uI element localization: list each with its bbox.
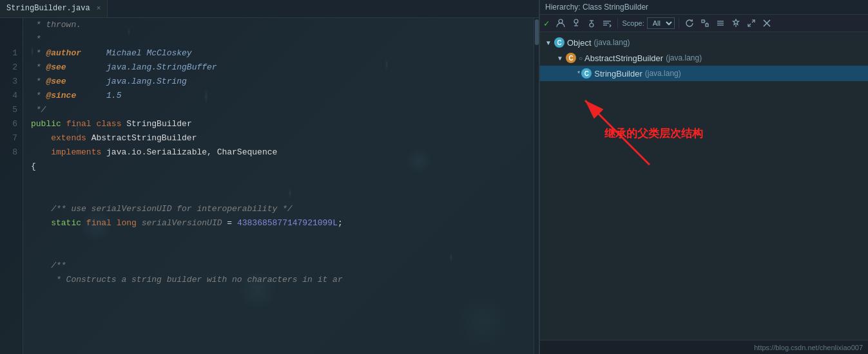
code-line: * @since 1.5 (31, 89, 526, 103)
hierarchy-panel: Hierarchy: Class StringBuilder ✓ (539, 0, 868, 354)
tree-item-abstract[interactable]: ▼ C ○ AbstractStringBuilder (java.lang) (540, 50, 868, 66)
separator (617, 18, 618, 28)
code-line: * @see java.lang.String (31, 75, 526, 89)
annotation-area: 继承的父类层次结构 (540, 88, 868, 203)
tree-package-sb: (java.lang) (645, 69, 681, 78)
code-line: * thrown. (31, 18, 526, 32)
code-line (31, 245, 526, 259)
code-line: * (31, 32, 526, 46)
scope-select[interactable]: All (647, 17, 675, 29)
code-content[interactable]: * thrown. * * @author Michael McCloskey … (23, 18, 534, 354)
pin-btn[interactable] (729, 17, 742, 30)
scroll-thumb (535, 19, 539, 45)
code-line: */ (31, 103, 526, 117)
refresh-btn[interactable] (683, 17, 696, 30)
status-url: https://blog.csdn.net/chenlixiao007 (754, 344, 863, 351)
tree-item-stringbuilder[interactable]: * C StringBuilder (java.lang) (540, 66, 868, 81)
show-subtypes-btn[interactable] (570, 17, 583, 30)
scroll-track[interactable] (534, 18, 539, 354)
expand-btn[interactable] (699, 17, 711, 30)
code-line (31, 174, 526, 188)
code-line: * @see java.lang.StringBuffer (31, 61, 526, 75)
code-line: { (31, 160, 526, 174)
hierarchy-tree: ▼ C Object (java.lang) ▼ C ○ AbstractStr… (540, 32, 868, 340)
code-line: * Constructs a string builder with no ch… (31, 273, 526, 287)
svg-point-4 (590, 23, 593, 27)
tree-arrow-sb (568, 70, 576, 77)
line-numbers: 1 2 3 4 5 6 7 8 (0, 18, 23, 354)
code-line: public final class StringBuilder (31, 117, 526, 131)
close-hierarchy-btn[interactable] (760, 17, 773, 30)
tree-badge-abstract: ○ (579, 55, 583, 62)
tab-filename: StringBuilder.java (6, 4, 90, 13)
tree-package-abstract: (java.lang) (666, 53, 702, 62)
hierarchy-title: Hierarchy: Class StringBuilder (545, 3, 648, 12)
code-line: /** (31, 259, 526, 273)
annotation-text: 继承的父类层次结构 (604, 126, 703, 141)
show-class-btn[interactable] (554, 17, 567, 30)
tree-icon-abstract: C (566, 53, 576, 63)
scope-label: Scope: (622, 19, 644, 27)
tree-item-object[interactable]: ▼ C Object (java.lang) (540, 35, 868, 50)
tree-icon-sb: C (581, 68, 592, 79)
tree-label-abstract: AbstractStringBuilder (584, 53, 663, 63)
svg-rect-11 (706, 24, 708, 26)
show-supertypes-btn[interactable] (585, 17, 598, 30)
code-line: * @author Michael McCloskey (31, 46, 526, 61)
tree-star-sb: * (577, 70, 580, 77)
tab-stringbuilder[interactable]: StringBuilder.java × (0, 0, 108, 17)
main-container: StringBuilder.java × 1 2 3 4 5 6 7 8 (0, 0, 868, 354)
svg-point-0 (559, 19, 563, 23)
code-line: extends AbstractStringBuilder (31, 131, 526, 145)
editor-panel: StringBuilder.java × 1 2 3 4 5 6 7 8 (0, 0, 539, 354)
tree-arrow-abstract: ▼ (557, 55, 564, 62)
tree-label-sb: StringBuilder (594, 69, 642, 79)
tab-bar: StringBuilder.java × (0, 0, 539, 18)
status-bar: https://blog.csdn.net/chenlixiao007 (540, 340, 868, 354)
code-line: /** use serialVersionUID for interoperab… (31, 202, 526, 216)
tree-package-object: (java.lang) (594, 38, 630, 47)
hierarchy-toolbar: ✓ (540, 15, 868, 32)
svg-rect-10 (702, 20, 704, 23)
code-line: implements java.io.Serializable, CharSeq… (31, 145, 526, 160)
hierarchy-header: Hierarchy: Class StringBuilder (540, 0, 868, 15)
collapse-btn[interactable] (714, 17, 727, 30)
code-area: 1 2 3 4 5 6 7 8 * (0, 18, 539, 354)
checkmark-icon: ✓ (544, 18, 549, 29)
tree-label-object: Object (567, 38, 592, 48)
maximize-btn[interactable] (745, 17, 758, 30)
separator2 (679, 18, 679, 28)
tab-close-icon[interactable]: × (97, 5, 101, 12)
code-line (31, 230, 526, 245)
tree-arrow-object: ▼ (545, 39, 553, 46)
code-line: static final long serialVersionUID = 438… (31, 216, 526, 230)
tree-icon-object: C (554, 37, 564, 48)
svg-point-1 (574, 19, 578, 23)
code-line (31, 188, 526, 202)
sort-btn[interactable] (601, 17, 613, 30)
red-arrow-svg (566, 88, 759, 203)
